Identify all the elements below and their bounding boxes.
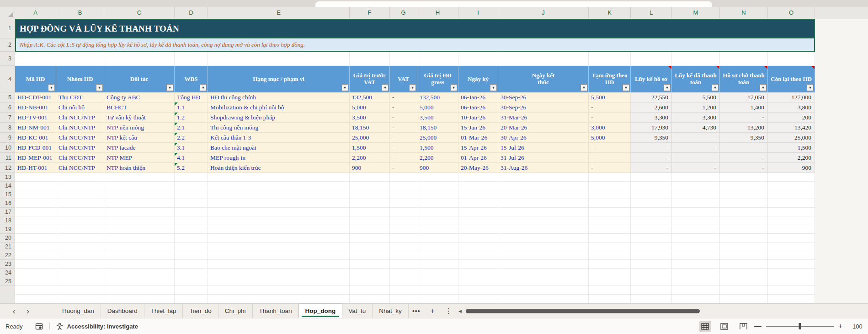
cell-M7[interactable]: 3,300 bbox=[672, 113, 720, 123]
empty-row-22[interactable] bbox=[15, 251, 815, 260]
cell-A9[interactable]: HD-KC-001 bbox=[15, 133, 56, 143]
table-header-E[interactable]: Hạng mục / phạm vi▾ bbox=[208, 66, 350, 92]
cell-J5[interactable]: 30-Sep-26 bbox=[498, 92, 589, 102]
row-header-17[interactable]: 17 bbox=[0, 208, 15, 216]
cell-M12[interactable]: - bbox=[672, 163, 720, 173]
empty-row-16[interactable] bbox=[15, 199, 815, 208]
filter-button-I[interactable]: ▾ bbox=[490, 84, 497, 91]
row-header-24[interactable]: 24 bbox=[0, 269, 15, 277]
column-header-J[interactable]: J bbox=[498, 7, 589, 18]
cell-G10[interactable]: - bbox=[390, 143, 417, 153]
cell-A12[interactable]: HD-HT-001 bbox=[15, 163, 56, 173]
cell-J10[interactable]: 15-Jul-26 bbox=[498, 143, 589, 153]
filter-button-K[interactable]: ▾ bbox=[623, 84, 629, 91]
cell-O10[interactable]: 1,500 bbox=[768, 143, 815, 153]
row-header-5[interactable]: 5 bbox=[0, 92, 15, 102]
filter-button-E[interactable]: ▾ bbox=[341, 84, 348, 91]
sheet-tab-tien_do[interactable]: Tien_do bbox=[183, 304, 218, 318]
filter-button-H[interactable]: ▾ bbox=[450, 84, 457, 91]
cell-N12[interactable]: - bbox=[720, 163, 768, 173]
cell-K10[interactable]: - bbox=[589, 143, 631, 153]
cell-A8[interactable]: HD-NM-001 bbox=[15, 123, 56, 133]
empty-row-17[interactable] bbox=[15, 208, 815, 216]
cell-O6[interactable]: 3,800 bbox=[768, 102, 815, 113]
empty-row-21[interactable] bbox=[15, 242, 815, 251]
cell-L9[interactable]: 9,350 bbox=[631, 133, 672, 143]
cell-A5[interactable]: HD-CDT-001 bbox=[15, 92, 56, 102]
filter-button-J[interactable]: ▾ bbox=[580, 84, 587, 91]
column-header-E[interactable]: E bbox=[208, 7, 350, 18]
cell-G6[interactable]: - bbox=[390, 102, 417, 113]
cell-G5[interactable]: - bbox=[390, 92, 417, 102]
empty-row-26[interactable] bbox=[15, 286, 815, 295]
row-header-4[interactable]: 4 bbox=[0, 66, 15, 92]
filter-button-O[interactable]: ▾ bbox=[807, 84, 814, 91]
table-header-L[interactable]: Lũy kế hồ sơ▾ bbox=[631, 66, 672, 92]
empty-row-13[interactable] bbox=[15, 173, 815, 182]
cell-D11[interactable]: 4.1 bbox=[175, 153, 208, 163]
cell-L12[interactable]: - bbox=[631, 163, 672, 173]
sheet-tab-huong_dan[interactable]: Huong_dan bbox=[56, 304, 101, 318]
cell-M6[interactable]: 1,200 bbox=[672, 102, 720, 113]
column-header-O[interactable]: O bbox=[768, 7, 815, 18]
cell-G11[interactable]: - bbox=[390, 153, 417, 163]
cell-B8[interactable]: Chi NCC/NTP bbox=[56, 123, 104, 133]
cell-H5[interactable]: 132,500 bbox=[417, 92, 458, 102]
filter-button-A[interactable]: ▾ bbox=[48, 84, 55, 91]
cell-H11[interactable]: 2,200 bbox=[417, 153, 458, 163]
row-header-6[interactable]: 6 bbox=[0, 102, 15, 113]
cell-B10[interactable]: Chi NCC/NTP bbox=[56, 143, 104, 153]
empty-row-18[interactable] bbox=[15, 216, 815, 225]
cell-I12[interactable]: 20-May-26 bbox=[458, 163, 498, 173]
table-header-A[interactable]: Mã HĐ▾ bbox=[15, 66, 56, 92]
sheet-tab-thanh_toan[interactable]: Thanh_toan bbox=[253, 304, 299, 318]
horizontal-scrollbar[interactable]: ◀ bbox=[458, 304, 868, 318]
filter-button-B[interactable]: ▾ bbox=[96, 84, 103, 91]
cell-C8[interactable]: NTP nền móng bbox=[104, 123, 175, 133]
cell-B6[interactable]: Chi nội bộ bbox=[56, 102, 104, 113]
cell-O7[interactable]: 200 bbox=[768, 113, 815, 123]
cell-E10[interactable]: Bao che mặt ngoài bbox=[208, 143, 350, 153]
cell-K5[interactable]: 5,500 bbox=[589, 92, 631, 102]
cell-H6[interactable]: 5,000 bbox=[417, 102, 458, 113]
cell-K11[interactable]: - bbox=[589, 153, 631, 163]
cell-E8[interactable]: Thi công nền móng bbox=[208, 123, 350, 133]
row-header-20[interactable]: 20 bbox=[0, 234, 15, 242]
column-header-L[interactable]: L bbox=[631, 7, 672, 18]
prev-sheet-button[interactable]: ‹ bbox=[7, 306, 21, 316]
cell-A7[interactable]: HD-TV-001 bbox=[15, 113, 56, 123]
cell-O12[interactable]: 900 bbox=[768, 163, 815, 173]
cell-O9[interactable]: 25,000 bbox=[768, 133, 815, 143]
cell-D9[interactable]: 2.2 bbox=[175, 133, 208, 143]
row-header-9[interactable]: 9 bbox=[0, 133, 15, 143]
column-header-F[interactable]: F bbox=[350, 7, 390, 18]
filter-button-D[interactable]: ▾ bbox=[200, 84, 207, 91]
cell-I10[interactable]: 15-Apr-26 bbox=[458, 143, 498, 153]
cell-J9[interactable]: 30-Apr-26 bbox=[498, 133, 589, 143]
row-header-12[interactable]: 12 bbox=[0, 163, 15, 173]
cell-K6[interactable]: - bbox=[589, 102, 631, 113]
table-header-F[interactable]: Giá trị trước VAT▾ bbox=[350, 66, 390, 92]
zoom-level[interactable]: 100 bbox=[852, 323, 865, 330]
cell-A10[interactable]: HD-FCD-001 bbox=[15, 143, 56, 153]
cell-F5[interactable]: 132,500 bbox=[350, 92, 390, 102]
cell-B11[interactable]: Chi NCC/NTP bbox=[56, 153, 104, 163]
table-header-K[interactable]: Tạm ứng theo HĐ▾ bbox=[589, 66, 631, 92]
cell-M10[interactable]: - bbox=[672, 143, 720, 153]
column-header-N[interactable]: N bbox=[720, 7, 768, 18]
cell-N11[interactable]: - bbox=[720, 153, 768, 163]
sheet-tab-vat_tu[interactable]: Vat_tu bbox=[342, 304, 373, 318]
cell-D6[interactable]: 1.1 bbox=[175, 102, 208, 113]
cell-B12[interactable]: Chi NCC/NTP bbox=[56, 163, 104, 173]
cell-C9[interactable]: NTP kết cấu bbox=[104, 133, 175, 143]
empty-row-23[interactable] bbox=[15, 260, 815, 269]
cell-I7[interactable]: 10-Jan-26 bbox=[458, 113, 498, 123]
cell-D7[interactable]: 1.2 bbox=[175, 113, 208, 123]
cell-B7[interactable]: Chi NCC/NTP bbox=[56, 113, 104, 123]
cell-I11[interactable]: 01-Apr-26 bbox=[458, 153, 498, 163]
column-header-H[interactable]: H bbox=[417, 7, 458, 18]
filter-button-N[interactable]: ▾ bbox=[760, 84, 767, 91]
cell-O5[interactable]: 127,000 bbox=[768, 92, 815, 102]
filter-button-G[interactable]: ▾ bbox=[409, 84, 416, 91]
empty-row-14[interactable] bbox=[15, 182, 815, 190]
